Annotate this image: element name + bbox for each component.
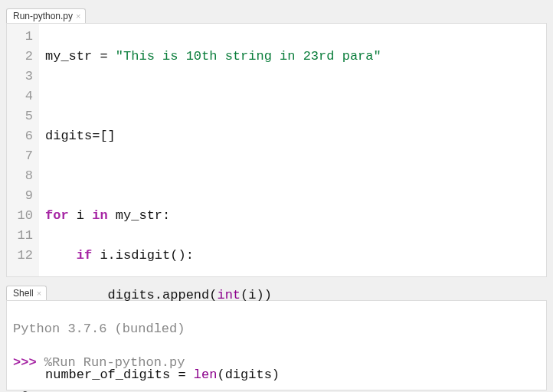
- code-line[interactable]: my_str = "This is 10th string in 23rd pa…: [45, 47, 540, 67]
- code-editor[interactable]: 1 2 3 4 5 6 7 8 9 10 11 12 my_str = "Thi…: [6, 23, 547, 277]
- line-number: 12: [10, 246, 33, 266]
- line-number: 3: [10, 67, 33, 87]
- line-number: 11: [10, 226, 33, 246]
- shell-tab-label: Shell: [13, 288, 34, 299]
- code-line[interactable]: digits=[]: [45, 126, 540, 146]
- line-number: 10: [10, 206, 33, 226]
- code-line[interactable]: [45, 87, 540, 106]
- shell-tab[interactable]: Shell ×: [6, 286, 47, 300]
- line-number: 9: [10, 186, 33, 206]
- editor-tab-bar: Run-python.py ×: [6, 5, 547, 23]
- line-gutter: 1 2 3 4 5 6 7 8 9 10 11 12: [7, 24, 39, 276]
- line-number: 1: [10, 27, 33, 47]
- line-number: 5: [10, 106, 33, 126]
- line-number: 4: [10, 87, 33, 106]
- code-line[interactable]: for i in my_str:: [45, 206, 540, 226]
- code-line[interactable]: digits.append(int(i)): [45, 286, 540, 305]
- editor-panel: Run-python.py × 1 2 3 4 5 6 7 8 9 10 11 …: [0, 0, 553, 277]
- code-content[interactable]: my_str = "This is 10th string in 23rd pa…: [39, 24, 546, 276]
- line-number: 2: [10, 47, 33, 67]
- close-icon[interactable]: ×: [76, 12, 80, 21]
- editor-tab[interactable]: Run-python.py ×: [6, 8, 86, 23]
- line-number: 6: [10, 126, 33, 146]
- line-number: 8: [10, 166, 33, 186]
- editor-tab-label: Run-python.py: [13, 11, 73, 21]
- code-line[interactable]: if i.isdigit():: [45, 246, 540, 266]
- line-number: 7: [10, 146, 33, 166]
- code-line[interactable]: [45, 166, 540, 186]
- close-icon[interactable]: ×: [37, 289, 41, 298]
